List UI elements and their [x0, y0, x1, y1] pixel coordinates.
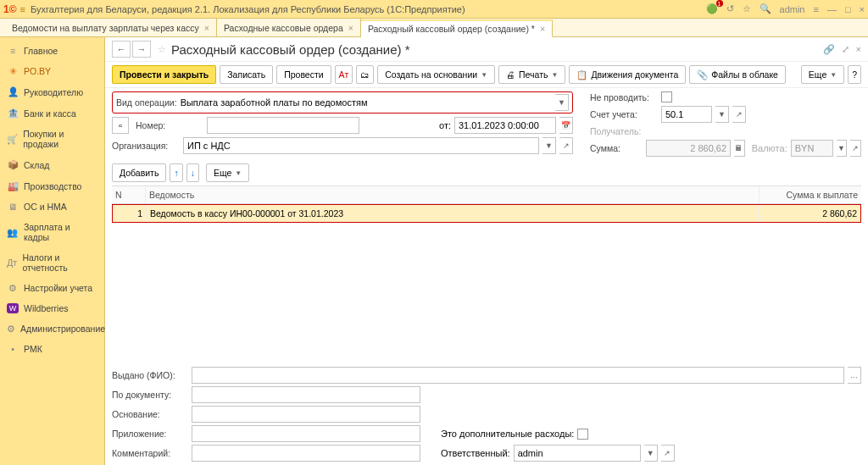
dropdown-icon[interactable]: ▼	[542, 137, 556, 154]
col-statement[interactable]: Ведомость	[146, 186, 760, 203]
sidebar-item-sales[interactable]: 🛒Покупки и продажи	[0, 124, 104, 154]
org-input[interactable]: ИП с НДС	[183, 137, 539, 154]
resp-label: Ответственный:	[441, 448, 510, 458]
list-icon: ≡	[7, 46, 19, 56]
bydoc-input[interactable]	[192, 386, 420, 403]
menu-burger-icon[interactable]: ≡	[20, 4, 25, 14]
cloud-files-button[interactable]: 📎Файлы в облаке	[689, 65, 786, 84]
more-button[interactable]: Еще▼	[801, 65, 844, 84]
more-button[interactable]: Еще▼	[206, 163, 249, 182]
number-label: Номер:	[136, 120, 203, 130]
col-number[interactable]: N	[112, 186, 146, 203]
basis-input[interactable]	[192, 406, 420, 423]
col-amount[interactable]: Сумма к выплате	[760, 186, 861, 203]
top-bar: 1© ≡ Бухгалтерия для Беларуси, редакция …	[0, 0, 868, 19]
resp-input[interactable]: admin	[514, 445, 641, 462]
forward-button[interactable]: →	[132, 41, 151, 58]
open-icon[interactable]: ↗	[732, 106, 746, 123]
help-button[interactable]: ?	[848, 65, 861, 84]
sidebar-item-taxes[interactable]: ДтНалоги и отчетность	[0, 247, 104, 278]
close-icon[interactable]: ×	[856, 44, 861, 55]
open-icon[interactable]: ↗	[661, 445, 675, 462]
bydoc-label: По документу:	[112, 390, 188, 400]
comment-input[interactable]	[192, 445, 420, 462]
dropdown-icon[interactable]: ▼	[555, 94, 569, 111]
movements-button[interactable]: 📋Движения документа	[569, 65, 686, 84]
sidebar-item-settings[interactable]: ⚙Настройки учета	[0, 278, 104, 298]
close-icon[interactable]: ×	[204, 23, 209, 33]
pc-icon: 🖥	[7, 202, 19, 212]
close-icon[interactable]: ×	[860, 4, 865, 14]
back-button[interactable]: ←	[112, 41, 131, 58]
minimize-icon[interactable]: —	[827, 4, 837, 14]
attach-input[interactable]	[192, 425, 420, 442]
sidebar-item-bank[interactable]: 🏦Банк и касса	[0, 102, 104, 124]
account-input[interactable]: 50.1	[661, 106, 712, 123]
close-icon[interactable]: ×	[348, 23, 353, 33]
tab-payroll-statements[interactable]: Ведомости на выплату зарплаты через касс…	[5, 19, 217, 36]
notification-icon[interactable]: 🟢1	[706, 3, 718, 14]
create-on-basis-button[interactable]: Создать на основании▼	[377, 65, 495, 84]
star-icon: ✳	[7, 66, 19, 76]
dot-icon: •	[7, 344, 19, 354]
tab-cash-orders[interactable]: Расходные кассовые ордера×	[217, 19, 361, 36]
star-icon[interactable]: ☆	[158, 44, 166, 55]
operation-type-label: Вид операции:	[116, 97, 177, 108]
extra-label: Это дополнительные расходы:	[441, 429, 574, 439]
table-row[interactable]: 1 Ведомость в кассу ИН00-000001 от 31.01…	[112, 204, 861, 223]
dropdown-icon[interactable]: ▼	[715, 106, 729, 123]
app-title: Бухгалтерия для Беларуси, редакция 2.1. …	[31, 4, 465, 14]
operation-type-select[interactable]: Выплата заработной платы по ведомостям	[181, 97, 552, 108]
favorite-icon[interactable]: ☆	[743, 3, 751, 14]
sidebar-item-stock[interactable]: 📦Склад	[0, 154, 104, 175]
settings-icon[interactable]: ≡	[813, 4, 818, 14]
link-icon[interactable]: 🔗	[823, 44, 835, 55]
select-icon[interactable]: …	[848, 367, 861, 384]
sidebar-item-poby[interactable]: ✳PO.BY	[0, 61, 104, 81]
save-button[interactable]: Записать	[220, 65, 273, 84]
account-label: Счет учета:	[590, 109, 658, 119]
open-icon[interactable]: ↗	[850, 140, 861, 157]
page-title: Расходный кассовый ордер (создание) *	[171, 42, 823, 57]
dropdown-icon[interactable]: ▼	[644, 445, 658, 462]
history-icon[interactable]: ↺	[726, 3, 734, 14]
sidebar-item-payroll[interactable]: 👥Зарплата и кадры	[0, 217, 104, 247]
calc-icon[interactable]: 🖩	[734, 140, 745, 157]
sum-value: 2 860,62	[646, 140, 731, 157]
structure-icon[interactable]: 🗂	[356, 65, 374, 84]
dt-kt-icon[interactable]: Ат	[335, 65, 353, 84]
calendar-icon[interactable]: 📅	[559, 117, 573, 134]
submit-close-button[interactable]: Провести и закрыть	[112, 65, 216, 84]
sidebar-item-wildberries[interactable]: WWildberries	[0, 298, 104, 318]
sidebar-item-assets[interactable]: 🖥ОС и НМА	[0, 197, 104, 217]
sidebar-item-manager[interactable]: 👤Руководителю	[0, 81, 104, 102]
date-input[interactable]: 31.01.2023 0:00:00	[454, 117, 556, 134]
nopost-checkbox[interactable]	[661, 91, 672, 102]
org-label: Организация:	[112, 141, 180, 151]
sidebar-item-admin[interactable]: ⚙Администрирование	[0, 318, 104, 339]
fio-input[interactable]	[192, 367, 844, 384]
factory-icon: 🏭	[7, 180, 19, 191]
one-c-logo: 1©	[3, 3, 17, 15]
move-down-button[interactable]: ↓	[186, 163, 199, 182]
sidebar-item-main[interactable]: ≡Главное	[0, 41, 104, 61]
print-button[interactable]: 🖨Печать▼	[498, 65, 565, 84]
user-name[interactable]: admin	[780, 4, 805, 14]
post-button[interactable]: Провести	[276, 65, 331, 84]
extra-checkbox[interactable]	[577, 429, 588, 440]
close-icon[interactable]: ×	[540, 24, 545, 34]
cart-icon: 🛒	[7, 134, 18, 145]
maximize-icon[interactable]: □	[845, 4, 851, 14]
expand-icon[interactable]: ⤢	[842, 44, 849, 55]
move-up-button[interactable]: ↑	[170, 163, 182, 182]
number-input[interactable]	[207, 117, 359, 134]
dropdown-icon[interactable]: ▼	[837, 140, 848, 157]
open-icon[interactable]: ↗	[559, 137, 573, 154]
sidebar-item-rmk[interactable]: •РМК	[0, 339, 104, 359]
add-row-button[interactable]: Добавить	[112, 163, 166, 182]
search-icon[interactable]: 🔍	[760, 3, 771, 14]
people-icon: 👥	[7, 227, 19, 238]
sidebar-item-production[interactable]: 🏭Производство	[0, 175, 104, 197]
gear-icon: ⚙	[7, 324, 15, 334]
tab-cash-order-create[interactable]: Расходный кассовый ордер (создание) *×	[361, 19, 553, 37]
